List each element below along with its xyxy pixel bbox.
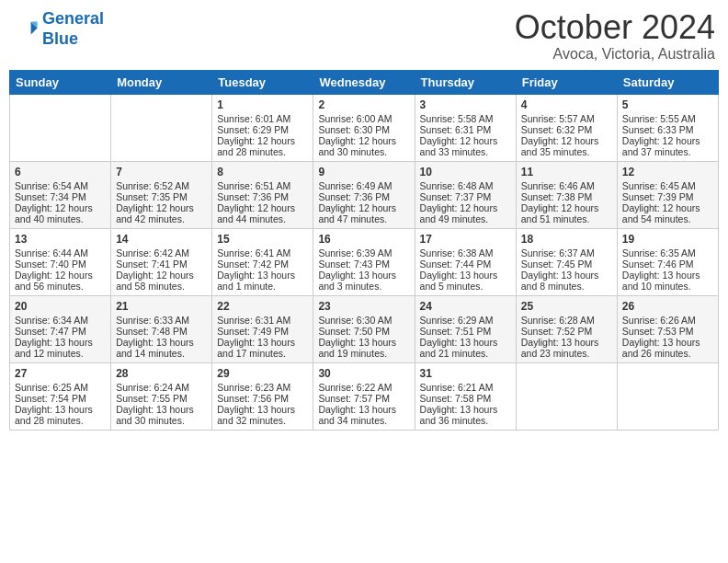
sunrise-text: Sunrise: 6:33 AM <box>116 315 207 326</box>
sunrise-text: Sunrise: 6:00 AM <box>318 113 409 124</box>
sunrise-text: Sunrise: 5:55 AM <box>622 113 713 124</box>
sunrise-text: Sunrise: 6:45 AM <box>622 180 713 191</box>
day-number: 11 <box>521 166 612 178</box>
sunset-text: Sunset: 7:44 PM <box>420 259 511 270</box>
sunrise-text: Sunrise: 6:22 AM <box>318 382 409 393</box>
calendar-cell: 12Sunrise: 6:45 AMSunset: 7:39 PMDayligh… <box>617 161 718 228</box>
sunset-text: Sunset: 7:38 PM <box>521 191 612 202</box>
day-number: 27 <box>15 367 106 380</box>
sunset-text: Sunset: 7:51 PM <box>420 326 511 337</box>
sunrise-text: Sunrise: 6:30 AM <box>318 315 409 326</box>
daylight-text: Daylight: 13 hours and 10 minutes. <box>622 270 713 292</box>
sunset-text: Sunset: 7:49 PM <box>217 326 308 337</box>
sunrise-text: Sunrise: 6:29 AM <box>420 315 511 326</box>
calendar-cell: 9Sunrise: 6:49 AMSunset: 7:36 PMDaylight… <box>313 161 415 228</box>
calendar-cell: 26Sunrise: 6:26 AMSunset: 7:53 PMDayligh… <box>617 295 718 362</box>
calendar-week-row: 1Sunrise: 6:01 AMSunset: 6:29 PMDaylight… <box>10 94 719 161</box>
calendar-cell: 13Sunrise: 6:44 AMSunset: 7:40 PMDayligh… <box>10 228 111 295</box>
day-number: 1 <box>217 98 308 111</box>
day-number: 4 <box>521 98 612 111</box>
calendar-week-row: 6Sunrise: 6:54 AMSunset: 7:34 PMDaylight… <box>10 161 719 228</box>
logo-icon <box>13 17 39 42</box>
day-number: 22 <box>217 300 308 313</box>
sunrise-text: Sunrise: 6:52 AM <box>116 180 207 191</box>
sunrise-text: Sunrise: 6:41 AM <box>217 247 308 259</box>
calendar-cell: 29Sunrise: 6:23 AMSunset: 7:56 PMDayligh… <box>212 362 313 430</box>
daylight-text: Daylight: 12 hours and 54 minutes. <box>622 202 713 224</box>
sunrise-text: Sunrise: 6:48 AM <box>420 180 511 191</box>
calendar-cell: 15Sunrise: 6:41 AMSunset: 7:42 PMDayligh… <box>212 228 313 295</box>
daylight-text: Daylight: 12 hours and 51 minutes. <box>521 202 612 224</box>
calendar-cell: 16Sunrise: 6:39 AMSunset: 7:43 PMDayligh… <box>313 228 415 295</box>
daylight-text: Daylight: 13 hours and 1 minute. <box>217 270 308 292</box>
sunset-text: Sunset: 7:52 PM <box>521 326 612 337</box>
daylight-text: Daylight: 13 hours and 32 minutes. <box>217 404 308 426</box>
sunset-text: Sunset: 7:46 PM <box>622 259 713 270</box>
calendar-cell: 27Sunrise: 6:25 AMSunset: 7:54 PMDayligh… <box>10 362 111 430</box>
sunrise-text: Sunrise: 6:38 AM <box>420 247 511 259</box>
calendar-cell: 3Sunrise: 5:58 AMSunset: 6:31 PMDaylight… <box>415 94 516 161</box>
sunrise-text: Sunrise: 6:37 AM <box>521 247 612 259</box>
sunrise-text: Sunrise: 6:24 AM <box>116 382 207 393</box>
day-number: 2 <box>318 98 409 111</box>
calendar-cell: 10Sunrise: 6:48 AMSunset: 7:37 PMDayligh… <box>415 161 516 228</box>
sunset-text: Sunset: 7:48 PM <box>116 326 207 337</box>
sunrise-text: Sunrise: 6:01 AM <box>217 113 308 124</box>
title-block: October 2024 Avoca, Victoria, Australia <box>515 9 715 63</box>
calendar-cell: 4Sunrise: 5:57 AMSunset: 6:32 PMDaylight… <box>516 94 617 161</box>
sunset-text: Sunset: 7:50 PM <box>318 326 409 337</box>
sunset-text: Sunset: 7:45 PM <box>521 259 612 270</box>
day-number: 13 <box>15 233 106 246</box>
sunset-text: Sunset: 6:31 PM <box>420 124 511 135</box>
calendar-cell <box>111 94 212 161</box>
day-number: 30 <box>318 367 409 380</box>
daylight-text: Daylight: 12 hours and 28 minutes. <box>217 135 308 157</box>
day-number: 9 <box>318 166 409 178</box>
sunset-text: Sunset: 7:36 PM <box>318 191 409 202</box>
sunrise-text: Sunrise: 5:58 AM <box>420 113 511 124</box>
calendar-cell: 7Sunrise: 6:52 AMSunset: 7:35 PMDaylight… <box>111 161 212 228</box>
calendar-cell: 18Sunrise: 6:37 AMSunset: 7:45 PMDayligh… <box>516 228 617 295</box>
sunset-text: Sunset: 7:47 PM <box>15 326 106 337</box>
sunrise-text: Sunrise: 6:23 AM <box>217 382 308 393</box>
calendar-cell: 24Sunrise: 6:29 AMSunset: 7:51 PMDayligh… <box>415 295 516 362</box>
sunrise-text: Sunrise: 6:44 AM <box>15 247 106 259</box>
daylight-text: Daylight: 13 hours and 21 minutes. <box>420 337 511 359</box>
calendar-cell: 22Sunrise: 6:31 AMSunset: 7:49 PMDayligh… <box>212 295 313 362</box>
calendar-table: SundayMondayTuesdayWednesdayThursdayFrid… <box>9 70 719 431</box>
weekday-header: Wednesday <box>313 70 415 94</box>
day-number: 8 <box>217 166 308 178</box>
day-number: 7 <box>116 166 207 178</box>
sunset-text: Sunset: 7:39 PM <box>622 191 713 202</box>
calendar-cell: 2Sunrise: 6:00 AMSunset: 6:30 PMDaylight… <box>313 94 415 161</box>
calendar-cell: 5Sunrise: 5:55 AMSunset: 6:33 PMDaylight… <box>617 94 718 161</box>
calendar-cell: 17Sunrise: 6:38 AMSunset: 7:44 PMDayligh… <box>415 228 516 295</box>
sunset-text: Sunset: 7:54 PM <box>15 393 106 404</box>
daylight-text: Daylight: 13 hours and 14 minutes. <box>116 337 207 359</box>
calendar-week-row: 27Sunrise: 6:25 AMSunset: 7:54 PMDayligh… <box>10 362 719 430</box>
logo-text: General Blue <box>42 9 104 49</box>
calendar-cell: 30Sunrise: 6:22 AMSunset: 7:57 PMDayligh… <box>313 362 415 430</box>
calendar-cell: 1Sunrise: 6:01 AMSunset: 6:29 PMDaylight… <box>212 94 313 161</box>
daylight-text: Daylight: 12 hours and 35 minutes. <box>521 135 612 157</box>
weekday-header: Thursday <box>415 70 516 94</box>
day-number: 16 <box>318 233 409 246</box>
sunrise-text: Sunrise: 5:57 AM <box>521 113 612 124</box>
daylight-text: Daylight: 12 hours and 33 minutes. <box>420 135 511 157</box>
day-number: 31 <box>420 367 511 380</box>
day-number: 18 <box>521 233 612 246</box>
sunset-text: Sunset: 7:58 PM <box>420 393 511 404</box>
sunset-text: Sunset: 7:37 PM <box>420 191 511 202</box>
daylight-text: Daylight: 12 hours and 58 minutes. <box>116 270 207 292</box>
weekday-header: Tuesday <box>212 70 313 94</box>
weekday-header: Monday <box>111 70 212 94</box>
calendar-cell: 20Sunrise: 6:34 AMSunset: 7:47 PMDayligh… <box>10 295 111 362</box>
sunset-text: Sunset: 6:29 PM <box>217 124 308 135</box>
day-number: 5 <box>622 98 713 111</box>
day-number: 23 <box>318 300 409 313</box>
daylight-text: Daylight: 13 hours and 23 minutes. <box>521 337 612 359</box>
daylight-text: Daylight: 13 hours and 12 minutes. <box>15 337 106 359</box>
sunset-text: Sunset: 7:34 PM <box>15 191 106 202</box>
daylight-text: Daylight: 12 hours and 42 minutes. <box>116 202 207 224</box>
day-number: 3 <box>420 98 511 111</box>
